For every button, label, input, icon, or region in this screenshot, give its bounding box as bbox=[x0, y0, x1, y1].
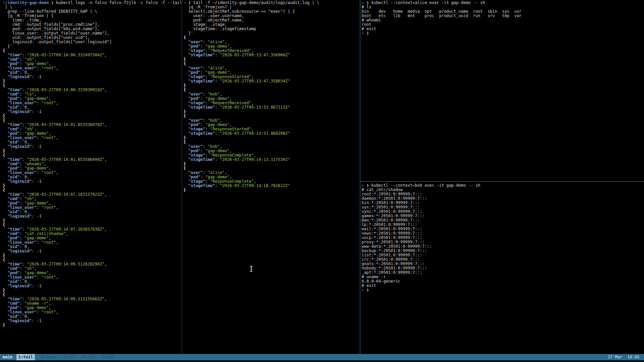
terminal-line: } bbox=[3, 149, 181, 153]
json-field-line: "stageTime": "2026-03-27T09:13:53.867113… bbox=[183, 105, 359, 110]
falco-log-entry: { "time": "2026-03-27T09:14:09.512628290… bbox=[3, 258, 181, 293]
json-field-line: "linux_user": "root", bbox=[3, 240, 181, 245]
json-field-line: "loginuid": -1 bbox=[3, 110, 181, 114]
terminal-line: stageTime: .stageTimestamp bbox=[183, 27, 359, 31]
audit-log-entry: { "user": "alice", "pod": "gap-demo", "s… bbox=[183, 166, 359, 192]
shell-prompt-line: ~ ❯ bbox=[362, 288, 643, 292]
terminal-line: } bbox=[3, 79, 181, 83]
terminal-line: } bbox=[183, 83, 359, 88]
json-field-line: "linux_user": "root", bbox=[3, 310, 181, 314]
pane-divider-horizontal-active[interactable] bbox=[360, 181, 644, 182]
shell-prompt-line: ~/identity-gap-demo ❯ kubectl logs -n fa… bbox=[3, 1, 181, 5]
json-field-line: "linux_user": "root", bbox=[3, 66, 181, 70]
falco-log-entry: { "time": "2026-03-27T09:14:07.163657838… bbox=[3, 223, 181, 258]
bob-exec-pane[interactable]: ~ ❯ kubectl --context=bob exec -it gap-d… bbox=[362, 183, 643, 353]
shell-output-line: root bbox=[362, 22, 643, 27]
terminal-line: } bbox=[183, 188, 359, 192]
terminal-line: loginuid: .output_fields["user.loginuid"… bbox=[3, 40, 181, 44]
json-field-line: "stageTime": "2026-03-27T09:13:47.356966… bbox=[183, 53, 359, 57]
status-clock: 27 Mar 14:45 bbox=[608, 354, 644, 360]
json-field-line: "loginuid": -1 bbox=[3, 249, 181, 253]
tmux-window-list: 1:tail2:node3:zsh4:zsh5:zsh bbox=[16, 354, 120, 360]
shell-output-line: 6.8.0-64-generic bbox=[362, 279, 643, 284]
falco-pane[interactable]: ~/identity-gap-demo ❯ kubectl logs -n fa… bbox=[3, 1, 181, 353]
pane-divider-left[interactable] bbox=[182, 0, 182, 354]
json-field-line: "stageTime": "2026-03-27T09:13:53.868208… bbox=[183, 131, 359, 136]
shell-output-line: boot etc lib mnt proc product_uuid run s… bbox=[362, 14, 643, 18]
audit-log-entry: { "user": "bob", "pod": "gap-demo", "sta… bbox=[183, 140, 359, 166]
terminal-line: } bbox=[3, 288, 181, 293]
tmux-status-bar: main 1:tail2:node3:zsh4:zsh5:zsh 27 Mar … bbox=[0, 354, 644, 360]
terminal-line: } bbox=[3, 323, 181, 327]
tmux-screen: ~/identity-gap-demo ❯ kubectl logs -n fa… bbox=[0, 0, 644, 362]
alice-exec-pane[interactable]: ~ ❯ kubectl --context=alice exec -it gap… bbox=[362, 1, 643, 181]
terminal-line: } bbox=[3, 253, 181, 258]
json-field-line: "linux_user": "root", bbox=[3, 136, 181, 140]
falco-log-entry: { "time": "2026-03-27T09:14:07.163157923… bbox=[3, 188, 181, 223]
json-field-line: "loginuid": -1 bbox=[3, 144, 181, 149]
json-field-line: "loginuid": -1 bbox=[3, 214, 181, 219]
json-field-line: "linux_user": "root", bbox=[3, 275, 181, 280]
shell-prompt-line: ~ ❯ kubectl --context=bob exec -it gap-d… bbox=[362, 183, 643, 188]
shell-output-line: # exit bbox=[362, 27, 643, 31]
shell-prompt-line: ~ ❯ bbox=[362, 31, 643, 36]
json-field-line: "loginuid": -1 bbox=[3, 319, 181, 323]
audit-log-entry: { "user": "alice", "pod": "gap-demo", "s… bbox=[183, 36, 359, 62]
terminal-line: } bbox=[3, 184, 181, 188]
pane-divider-right-active[interactable] bbox=[360, 0, 360, 354]
falco-log-entry: { "time": "2026-03-27T09:14:00.332497504… bbox=[3, 49, 181, 83]
falco-log-entry: { "time": "2026-03-27T09:14:01.853586494… bbox=[3, 153, 181, 188]
json-field-line: "stageTime": "2026-03-27T09:14:13.117530… bbox=[183, 158, 359, 162]
json-field-line: "loginuid": -1 bbox=[3, 75, 181, 79]
terminal-line: }' bbox=[183, 31, 359, 36]
json-field-line: "linux_user": "root", bbox=[3, 205, 181, 210]
falco-log-entry: { "time": "2026-03-27T09:14:01.853336078… bbox=[3, 118, 181, 153]
tmux-window-5-zsh[interactable]: 5:zsh bbox=[101, 354, 115, 360]
terminal-line: } bbox=[183, 136, 359, 140]
shell-output-line: # uname -r bbox=[362, 275, 643, 279]
json-field-line: "loginuid": -1 bbox=[3, 284, 181, 288]
tmux-window-3-zsh[interactable]: 3:zsh bbox=[62, 354, 76, 360]
json-field-line: "stageTime": "2026-03-27T09:13:47.358034… bbox=[183, 79, 359, 83]
audit-log-entry: { "user": "alice", "pod": "gap-demo", "s… bbox=[183, 62, 359, 88]
shell-output-line: # exit bbox=[362, 284, 643, 288]
terminal-line: } bbox=[3, 219, 181, 223]
json-field-line: "stageTime": "2026-03-27T09:14:18.782612… bbox=[183, 184, 359, 188]
json-field-line: "linux_user": "root", bbox=[3, 101, 181, 105]
terminal-line: } bbox=[183, 110, 359, 114]
audit-log-entry: { "user": "bob", "pod": "gap-demo", "sta… bbox=[183, 88, 359, 114]
falco-log-entry: { "time": "2026-03-27T09:14:00.333030919… bbox=[3, 83, 181, 118]
shell-output-line: _apt:*:20501:0:99999:7::: bbox=[362, 270, 643, 275]
tmux-window-1-tail[interactable]: 1:tail bbox=[16, 354, 35, 360]
audit-log-entry: { "user": "bob", "pod": "gap-demo", "sta… bbox=[183, 114, 359, 140]
terminal-line: } bbox=[3, 114, 181, 118]
terminal-line: } bbox=[183, 57, 359, 62]
audit-pane[interactable]: ~ ❯ tail -f ~/identity-gap-demo/audit/lo… bbox=[183, 1, 359, 353]
mouse-cursor-ibeam bbox=[250, 266, 253, 272]
tmux-session-name: main bbox=[3, 354, 12, 360]
json-field-line: "linux_user": "root", bbox=[3, 171, 181, 175]
shell-output-line: # whoami bbox=[362, 18, 643, 22]
terminal-line: } bbox=[183, 162, 359, 166]
tmux-window-4-zsh[interactable]: 4:zsh bbox=[81, 354, 96, 360]
shell-prompt-line: ~ ❯ kubectl --context=alice exec -it gap… bbox=[362, 1, 643, 5]
falco-log-entry: { "time": "2026-03-27T09:14:09.513155663… bbox=[3, 293, 181, 327]
terminal-line: }' bbox=[3, 44, 181, 49]
json-field-line: "loginuid": -1 bbox=[3, 179, 181, 184]
tmux-window-2-node[interactable]: 2:node bbox=[40, 354, 57, 360]
